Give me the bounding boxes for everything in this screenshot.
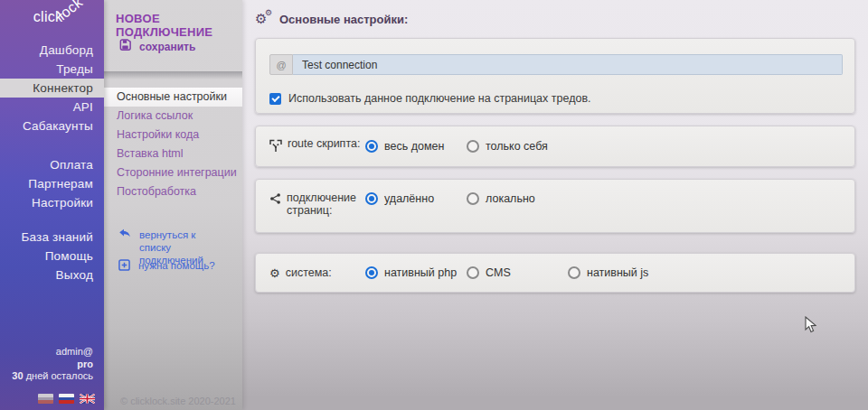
save-button[interactable]: сохранить <box>118 38 195 55</box>
connection-tabs: Основные настройки Логика ссылок Настрой… <box>104 88 242 201</box>
flag-russia-icon[interactable] <box>59 394 74 404</box>
gears-icon: ⚙⚙ <box>255 11 273 27</box>
route-options: весь домен только себя <box>365 140 568 153</box>
sidebar-item-api[interactable]: API <box>0 98 104 116</box>
checkbox-checked-icon[interactable] <box>269 93 281 105</box>
account-days-left: 30 дней осталось <box>12 370 93 383</box>
share-icon <box>269 192 281 208</box>
connection-name-card: @ Использовать данное подключение на стр… <box>255 38 855 114</box>
page-heading-label: Основные настройки: <box>279 13 408 26</box>
page-connection-options: удалённо локально <box>365 192 568 205</box>
option-native-js[interactable]: нативный js <box>568 266 669 279</box>
sidebar-item-logout[interactable]: Выход <box>0 266 104 284</box>
system-card: ⚙ система: нативный php CMS нативный js <box>255 253 855 293</box>
nav-group-gap <box>0 135 104 155</box>
sidebar-nav: Дашборд Треды Коннектор API Сабакаунты О… <box>0 41 104 284</box>
page-heading: ⚙⚙ Основные настройки: <box>255 11 408 27</box>
account-info: admin@ pro 30 дней осталось <box>12 346 93 383</box>
route-row: route скрипта: весь домен только себя <box>256 126 854 166</box>
sidebar-item-dashboard[interactable]: Дашборд <box>0 41 104 60</box>
add-box-icon <box>118 259 130 274</box>
option-whole-domain[interactable]: весь домен <box>365 140 467 153</box>
account-email: admin@ <box>12 346 93 359</box>
flag-faded-icon[interactable] <box>38 394 53 404</box>
system-label: ⚙ система: <box>269 266 365 280</box>
radio-unselected-icon[interactable] <box>568 266 580 279</box>
system-row: ⚙ система: нативный php CMS нативный js <box>256 254 854 292</box>
tab-link-logic[interactable]: Логика ссылок <box>104 107 242 126</box>
sidebar-item-help[interactable]: Помощь <box>0 247 104 266</box>
route-label: route скрипта: <box>269 137 365 155</box>
page-connection-label: подключение страниц: <box>269 191 365 217</box>
radio-selected-icon[interactable] <box>365 266 378 279</box>
flag-uk-icon[interactable] <box>80 394 95 404</box>
option-local[interactable]: локально <box>467 192 568 205</box>
save-floppy-icon <box>118 38 132 55</box>
tab-basic-settings[interactable]: Основные настройки <box>104 88 242 107</box>
at-prefix-icon: @ <box>269 54 293 75</box>
clicklock-logo: clicklock <box>33 9 90 25</box>
option-native-php[interactable]: нативный php <box>365 266 467 279</box>
save-button-label: сохранить <box>139 41 195 53</box>
use-on-threads-checkbox-row[interactable]: Использовать данное подключение на стран… <box>269 92 591 105</box>
sidebar-item-subaccounts[interactable]: Сабакаунты <box>0 116 104 135</box>
sidebar-item-partners[interactable]: Партнерам <box>0 174 104 193</box>
main-content: ⚙⚙ Основные настройки: @ Использовать да… <box>242 0 868 410</box>
option-only-self[interactable]: только себя <box>467 140 568 153</box>
settings-gear-icon: ⚙ <box>269 267 280 280</box>
sidebar-item-payment[interactable]: Оплата <box>0 155 104 174</box>
option-remote[interactable]: удалённо <box>365 192 467 205</box>
page-connection-card: подключение страниц: удалённо локально <box>255 179 855 233</box>
checkbox-label: Использовать данное подключение на стран… <box>288 92 591 105</box>
tab-postprocessing[interactable]: Постобработка <box>104 182 242 201</box>
page-connection-row: подключение страниц: удалённо локально <box>256 180 854 232</box>
panel-title: НОВОЕ ПОДКЛЮЧЕНИЕ <box>116 12 242 39</box>
connection-panel: НОВОЕ ПОДКЛЮЧЕНИЕ сохранить Основные нас… <box>104 0 242 410</box>
language-switcher <box>38 394 95 404</box>
tab-html-insert[interactable]: Вставка html <box>104 144 242 163</box>
sidebar: clicklock Дашборд Треды Коннектор API Са… <box>0 0 104 410</box>
mouse-cursor <box>805 316 816 337</box>
connection-name-group: @ <box>269 54 843 75</box>
option-cms[interactable]: CMS <box>467 266 568 279</box>
sidebar-item-threads[interactable]: Треды <box>0 60 104 79</box>
need-help-link[interactable]: нужна помощь? <box>118 259 229 274</box>
tab-code-settings[interactable]: Настройки кода <box>104 126 242 144</box>
account-plan: pro <box>77 359 93 369</box>
route-card: route скрипта: весь домен только себя <box>255 126 855 167</box>
app-window: clicklock Дашборд Треды Коннектор API Са… <box>0 0 868 410</box>
sidebar-item-knowledge-base[interactable]: База знаний <box>0 228 104 247</box>
radio-unselected-icon[interactable] <box>467 140 479 153</box>
connection-name-input[interactable] <box>293 54 843 75</box>
sidebar-item-settings[interactable]: Настройки <box>0 193 104 212</box>
alt-route-icon <box>269 138 282 155</box>
system-options: нативный php CMS нативный js <box>365 266 669 279</box>
copyright-text: © clicklock.site 2020-2021 <box>120 396 236 406</box>
help-link-label: нужна помощь? <box>138 259 229 274</box>
radio-unselected-icon[interactable] <box>467 192 479 205</box>
radio-unselected-icon[interactable] <box>467 266 479 279</box>
sidebar-item-connector[interactable]: Коннектор <box>0 79 104 98</box>
nav-group-gap <box>0 212 104 228</box>
radio-selected-icon[interactable] <box>365 140 378 153</box>
panel-divider-shadow <box>104 71 242 79</box>
radio-selected-icon[interactable] <box>365 192 378 205</box>
tab-integrations[interactable]: Сторонние интеграции <box>104 163 242 182</box>
